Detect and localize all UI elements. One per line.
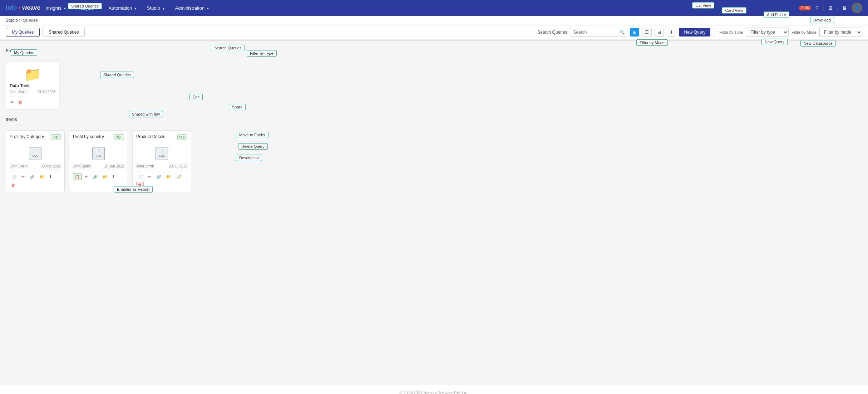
item-name-3: Product Details — [136, 134, 177, 139]
filter-type-select[interactable]: Filter by type — [746, 28, 789, 37]
nav-insights[interactable]: Insights ▾ — [40, 3, 70, 13]
logo-info: Info — [6, 4, 17, 11]
sql-doc-icon-3: 📄SQL — [156, 147, 168, 160]
toolbar-right: Search Queries 🔍 ⊞ ☰ ⊟ ⬇ New Query Filte… — [537, 28, 862, 37]
item-info-btn-1[interactable]: ℹ — [48, 174, 53, 180]
folder-card[interactable]: 📁 Data Task John Smith 10 Jul 2023 ✏ 🗑 — [6, 62, 59, 110]
item-date-3: 20 Jul 2022 — [169, 164, 187, 168]
footer: © 2013-2023 Noesys Software Pvt. Ltd. — [0, 385, 868, 394]
item-date-2: 28 Jun 2022 — [104, 164, 124, 168]
separator-2: | — [837, 5, 838, 11]
item-view-btn-3[interactable]: 📄 — [136, 174, 145, 180]
breadcrumb-sep: > — [19, 18, 21, 23]
callout-list-view-top: List View — [692, 2, 714, 9]
folder-meta: John Smith 10 Jul 2023 — [10, 90, 55, 94]
user-avatar[interactable]: 👤 — [852, 3, 862, 13]
filter-mode-select[interactable]: Filter by mode — [819, 28, 862, 37]
callout-filter-type: Filter by Type — [247, 50, 277, 57]
download-toolbar-btn[interactable]: ⬇ — [667, 28, 676, 37]
item-meta-1: John Smith 30 Mar 2022 — [10, 164, 61, 168]
item-move-btn-3[interactable]: 📂 — [164, 174, 173, 180]
item-date-1: 30 Mar 2022 — [41, 164, 61, 168]
callout-shared-with-few: Shared with few — [129, 111, 163, 117]
item-card-profit-country[interactable]: Profit by country SQL 📄SQL John Smith 28… — [69, 130, 128, 192]
callout-filter-mode: Filter by Mode — [636, 39, 668, 46]
filter-mode-label: Filter by Mode — [791, 30, 817, 34]
folders-section: Folders 📁 Data Task John Smith 10 Jul 20… — [6, 48, 862, 110]
callout-description: Description — [236, 155, 262, 161]
logo: Info ✦ weave — [6, 4, 40, 11]
notification-badge[interactable]: 2106 — [799, 6, 811, 10]
items-title: Items — [6, 117, 862, 122]
item-body-1: 📄SQL — [10, 143, 61, 164]
callout-edit: Edit — [189, 94, 203, 100]
help-icon[interactable]: ? — [815, 5, 818, 11]
search-queries-label: Search Queries — [537, 30, 567, 35]
nav-right-actions: 2106 ? | ⊞ | 🖥 👤 — [799, 3, 862, 13]
item-owner-2: John Smith — [73, 164, 91, 168]
folder-delete-btn[interactable]: 🗑 — [18, 99, 23, 106]
callout-delete-query: Delete Query — [238, 143, 268, 150]
tab-shared-queries[interactable]: Shared Queries — [43, 28, 85, 37]
callout-my-queries: My Queries — [11, 49, 37, 56]
item-edit-btn-1[interactable]: ✏ — [20, 174, 26, 180]
search-icon[interactable]: 🔍 — [620, 30, 625, 35]
nav-automation[interactable]: Automation ▾ — [104, 3, 141, 13]
item-move-btn-2[interactable]: 📂 — [101, 174, 110, 180]
folders-row: 📁 Data Task John Smith 10 Jul 2023 ✏ 🗑 — [6, 62, 862, 110]
item-report-btn-2[interactable]: 📋 — [73, 174, 82, 180]
callout-shared-queries-tab: Shared Queries — [100, 72, 134, 78]
new-query-button[interactable]: New Query — [679, 28, 710, 37]
logo-weave: weave — [22, 4, 40, 11]
list-view-btn[interactable]: ☰ — [642, 28, 652, 37]
item-card-product-details[interactable]: Product Details SQL 📄SQL John Smith 20 J… — [132, 130, 191, 192]
item-delete-btn-1[interactable]: 🗑 — [10, 182, 17, 188]
callout-search-queries: Search Queries — [211, 45, 245, 51]
items-section: Items Profit by Category SQL 📄SQL John S… — [6, 117, 862, 192]
item-share-btn-3[interactable]: 🔗 — [154, 174, 163, 180]
item-desc-btn-3[interactable]: 📝 — [174, 174, 183, 180]
item-meta-2: John Smith 28 Jun 2022 — [73, 164, 124, 168]
item-info-btn-2[interactable]: ℹ — [111, 174, 116, 180]
card-view-btn[interactable]: ⊞ — [630, 28, 639, 37]
item-share-btn-2[interactable]: 🔗 — [91, 174, 100, 180]
item-owner-3: John Smith — [136, 164, 154, 168]
separator-1: | — [823, 5, 824, 11]
toolbar-separator — [715, 28, 715, 37]
sql-doc-icon-1: 📄SQL — [29, 147, 41, 160]
item-actions-2: 📋 ✏ 🔗 📂 ℹ — [73, 171, 124, 180]
item-edit-btn-2[interactable]: ✏ — [83, 174, 90, 180]
search-input-wrap: 🔍 — [570, 28, 627, 37]
item-share-btn-1[interactable]: 🔗 — [28, 174, 36, 180]
callout-card-view-top: Card View — [722, 7, 746, 14]
callout-download-top: Download — [810, 17, 834, 23]
breadcrumb: Studio > Queries — [0, 16, 868, 25]
item-edit-btn-3[interactable]: ✏ — [146, 174, 153, 180]
breadcrumb-studio[interactable]: Studio — [6, 18, 18, 23]
grid-icon[interactable]: ⊞ — [828, 5, 833, 11]
callout-new-query: New Query — [761, 39, 788, 45]
item-owner-1: John Smith — [10, 164, 28, 168]
item-view-btn-1[interactable]: 📄 — [10, 174, 18, 180]
folder-owner: John Smith — [10, 90, 28, 94]
item-move-btn-1[interactable]: 📂 — [38, 174, 46, 180]
item-card-profit-category[interactable]: Profit by Category SQL 📄SQL John Smith 3… — [6, 130, 65, 192]
item-actions-3: 📄 ✏ 🔗 📂 📝 🗑 — [136, 171, 187, 188]
folder-edit-btn[interactable]: ✏ — [10, 99, 15, 106]
tab-my-queries[interactable]: My Queries — [6, 28, 40, 37]
callout-new-datasource: New Datasource — [800, 40, 836, 47]
sql-doc-icon-2: 📄SQL — [92, 147, 104, 160]
monitor-icon[interactable]: 🖥 — [842, 5, 847, 11]
item-type-2: SQL — [114, 134, 124, 140]
callout-move-to-folder: Move to Folder — [236, 132, 268, 138]
nav-studio[interactable]: Studio ▾ — [142, 3, 169, 13]
folder-card-body: 📁 — [10, 65, 55, 83]
item-type-3: SQL — [177, 134, 187, 140]
item-header-2: Profit by country SQL — [73, 134, 124, 140]
footer-copyright: © 2013-2023 Noesys Software Pvt. Ltd. — [399, 391, 468, 394]
nav-administration[interactable]: Administration ▾ — [170, 3, 214, 13]
item-meta-3: John Smith 20 Jul 2022 — [136, 164, 187, 168]
search-input[interactable] — [570, 28, 627, 37]
callout-shared-queries-top: Shared Queries — [68, 3, 102, 9]
gallery-view-btn[interactable]: ⊟ — [655, 28, 664, 37]
